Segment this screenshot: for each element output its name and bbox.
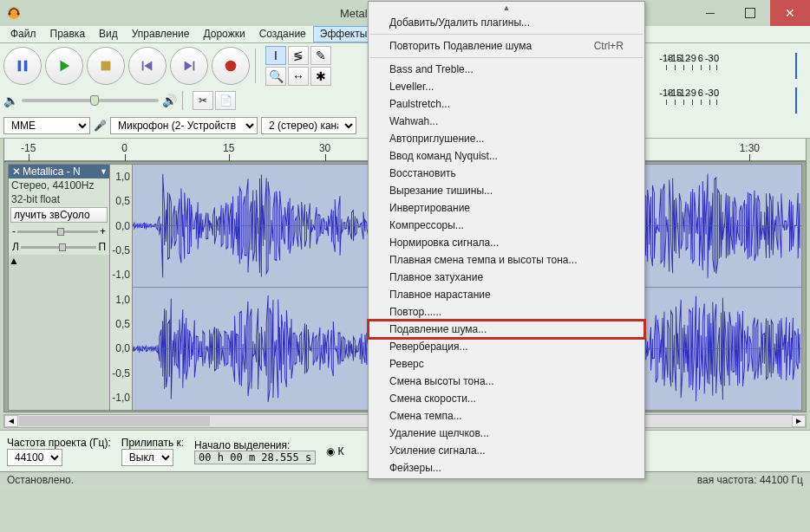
mic-icon: 🎤 <box>94 120 107 132</box>
track-collapse[interactable]: ▲ <box>9 255 109 410</box>
input-device-select[interactable]: Микрофон (2- Устройств <box>110 117 258 134</box>
selection-tool[interactable]: I <box>265 46 286 65</box>
menu-создание[interactable]: Создание <box>252 26 313 42</box>
audio-host-select[interactable]: MME <box>3 117 90 134</box>
svg-point-2 <box>17 13 20 16</box>
transport-controls <box>3 47 250 85</box>
menu-эффекты[interactable]: Эффекты <box>313 26 375 42</box>
menu-item[interactable]: Нормировка сигнала... <box>369 234 644 251</box>
menu-item[interactable]: Повтор...... <box>369 303 644 321</box>
play-button[interactable] <box>45 47 83 85</box>
track-gain-slider[interactable]: -+ <box>9 224 109 239</box>
record-button[interactable] <box>212 47 250 85</box>
zoom-tool[interactable]: 🔍 <box>265 67 286 86</box>
menu-item[interactable]: Удаление щелчков... <box>369 425 644 442</box>
menu-item[interactable]: Плавная смена темпа и высоты тона... <box>369 251 644 269</box>
playback-volume[interactable]: 🔈 🔊 <box>3 94 177 107</box>
svg-rect-3 <box>18 61 22 72</box>
menu-item[interactable]: Wahwah... <box>369 113 644 130</box>
scroll-left-button[interactable]: ◄ <box>4 415 18 427</box>
amplitude-scale: 1,00,50,0-0,5-1,01,00,50,0-0,5-1,0 <box>110 164 133 411</box>
close-button[interactable]: ✕ <box>770 0 810 26</box>
track-solo-mute[interactable]: лучить звСуоло <box>10 207 108 223</box>
menu-item[interactable]: Bass and Treble... <box>369 61 644 78</box>
svg-point-11 <box>225 61 237 72</box>
stop-button[interactable] <box>87 47 125 85</box>
window-controls: ✕ <box>690 0 810 26</box>
svg-rect-6 <box>101 62 111 71</box>
skip-start-button[interactable] <box>128 47 167 85</box>
playback-meter[interactable]: -18-15-12-96-30 <box>663 88 807 114</box>
menu-правка[interactable]: Правка <box>43 26 93 42</box>
menu-item[interactable]: Ввод команд Nyquist... <box>369 147 644 165</box>
menu-item[interactable]: Инвертирование <box>369 199 644 217</box>
draw-tool[interactable]: ✎ <box>310 46 331 65</box>
selection-start-time[interactable]: 00 h 00 m 28.555 s <box>194 451 316 464</box>
svg-point-1 <box>9 13 11 16</box>
menu-item[interactable]: Реверберация... <box>369 338 644 355</box>
copy-button[interactable]: 📄 <box>215 91 236 110</box>
edit-tools: ✂ 📄 <box>193 91 236 110</box>
track-depth: 32-bit float <box>9 192 109 206</box>
svg-rect-4 <box>24 61 28 72</box>
svg-marker-9 <box>185 62 193 71</box>
channels-select[interactable]: 2 (стерео) кана <box>261 117 356 134</box>
effects-menu: ▲ Добавить/Удалить плагины...Повторить П… <box>368 1 645 479</box>
status-text: Остановлено. <box>7 474 74 487</box>
project-rate-label: Частота проекта (Гц): <box>7 437 111 449</box>
timeshift-tool[interactable]: ↔ <box>288 67 309 86</box>
menu-item[interactable]: Автоприглушение... <box>369 130 644 147</box>
minimize-button[interactable] <box>690 0 730 26</box>
svg-rect-7 <box>142 62 144 71</box>
menu-scroll-up-icon[interactable]: ▲ <box>369 3 644 14</box>
menu-item[interactable]: Усиление сигнала... <box>369 442 644 459</box>
track-pan-slider[interactable]: ЛП <box>9 239 109 255</box>
cut-button[interactable]: ✂ <box>193 91 213 110</box>
menu-файл[interactable]: Файл <box>3 26 43 42</box>
status-rate: вая частота: 44100 Гц <box>697 474 803 487</box>
svg-marker-5 <box>61 61 70 72</box>
selection-start-label: Начало выделения: <box>194 439 290 451</box>
svg-rect-10 <box>193 62 195 71</box>
svg-marker-8 <box>144 62 152 71</box>
scroll-right-button[interactable]: ► <box>792 415 806 427</box>
menu-item[interactable]: Компрессоры... <box>369 217 644 234</box>
app-icon <box>7 6 21 20</box>
menu-item[interactable]: Paulstretch... <box>369 95 644 113</box>
track-close-icon[interactable]: ✕ <box>10 165 23 178</box>
skip-end-button[interactable] <box>170 47 208 85</box>
scroll-thumb[interactable] <box>19 416 210 426</box>
recording-meter[interactable]: -18-15-12-96-30 <box>663 53 807 79</box>
track-panel[interactable]: ✕ Metallica - N ▼ Стерео, 44100Hz 32-bit… <box>8 164 110 411</box>
tool-palette: I ≶ ✎ 🔍 ↔ ✱ <box>265 46 331 86</box>
menu-item[interactable]: Смена темпа... <box>369 407 644 425</box>
menu-item[interactable]: Плавное нарастание <box>369 286 644 303</box>
menu-item[interactable]: Вырезание тишины... <box>369 182 644 199</box>
snap-select[interactable]: Выкл <box>121 449 173 466</box>
menu-item[interactable]: Смена высоты тона... <box>369 373 644 390</box>
speaker-low-icon: 🔈 <box>3 94 18 107</box>
menu-item[interactable]: Реверс <box>369 355 644 373</box>
multi-tool[interactable]: ✱ <box>310 67 331 86</box>
menu-item[interactable]: Смена скорости... <box>369 390 644 407</box>
selection-radio[interactable]: ◉ К <box>326 445 343 457</box>
menu-item[interactable]: Leveller... <box>369 78 644 95</box>
speaker-high-icon: 🔊 <box>162 94 177 107</box>
envelope-tool[interactable]: ≶ <box>288 46 309 65</box>
menu-item[interactable]: Фейзеры... <box>369 459 644 477</box>
menu-item[interactable]: Плавное затухание <box>369 269 644 286</box>
track-menu-icon[interactable]: ▼ <box>100 167 108 176</box>
menu-item[interactable]: Восстановить <box>369 165 644 182</box>
project-rate-select[interactable]: 44100 <box>7 449 62 466</box>
menu-item[interactable]: Повторить Подавление шумаCtrl+R <box>369 37 644 55</box>
menu-управление[interactable]: Управление <box>125 26 197 42</box>
maximize-button[interactable] <box>730 0 770 26</box>
track-format: Стерео, 44100Hz <box>9 178 109 192</box>
track-name: Metallica - N <box>23 165 100 178</box>
snap-label: Прилипать к: <box>121 437 184 449</box>
menu-вид[interactable]: Вид <box>92 26 125 42</box>
pause-button[interactable] <box>3 47 42 85</box>
menu-дорожки[interactable]: Дорожки <box>197 26 252 42</box>
menu-item[interactable]: Подавление шума... <box>369 321 644 338</box>
menu-item[interactable]: Добавить/Удалить плагины... <box>369 14 644 31</box>
